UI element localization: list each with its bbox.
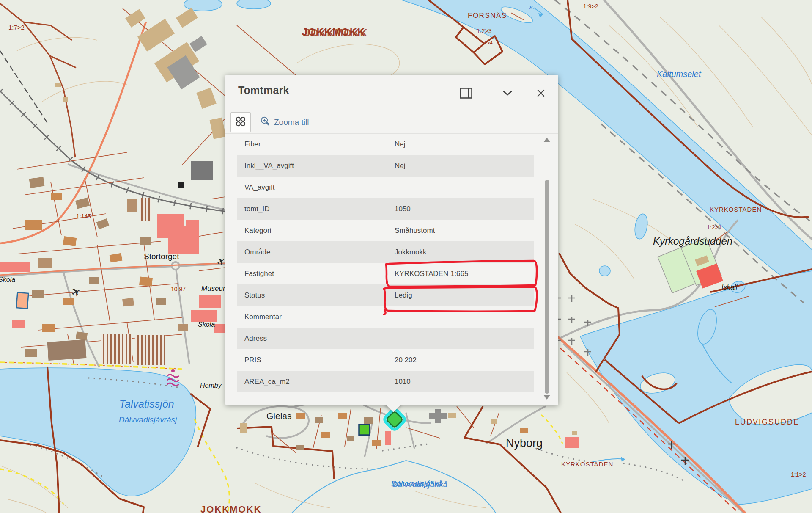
label-parcel-1-1-2: 1:1>2 [791,471,806,478]
popup-toolbar: Zooma till [225,112,558,134]
close-icon [537,89,545,97]
label-ishall: Ishall [721,284,738,291]
field-value-cell [387,328,534,349]
field-label-cell: Kategori [237,220,387,241]
collapse-button[interactable] [499,85,516,101]
field-label-cell: Fastighet [237,263,387,284]
scroll-up-arrow[interactable] [543,138,550,142]
apps-grid-icon [235,116,246,128]
zoom-to-button[interactable]: Zooma till [256,112,313,132]
dock-icon [460,88,472,99]
table-row: Fastighet KYRKOSTADEN 1:665 [237,263,534,284]
label-kaitumselet: Kaitumselet [657,69,702,79]
label-parcel-2-4: 2>4 [485,40,493,45]
field-value-cell: 1010 [387,371,534,392]
field-value-cell: Ledig [387,284,534,306]
field-value-cell: KYRKOSTADEN 1:665 [387,263,534,284]
field-value-cell: 20 202 [387,349,534,371]
station-dot [178,182,184,188]
field-label-cell: Fiber [237,133,387,155]
field-label-cell: Adress [237,328,387,349]
field-label-cell: PRIS [237,349,387,371]
field-label-cell: AREA_ca_m2 [237,371,387,392]
field-value-cell: Nej [387,133,534,155]
label-parcel-10-97: 10:97 [171,286,186,292]
field-label-cell: Område [237,241,387,263]
label-jokkmokk-top: JOKKMOKK [302,27,365,38]
field-label-cell: Kommentar [237,306,387,328]
popup-title: Tomtmark [238,84,289,97]
label-parcel-1-7-2: 1:7>2 [8,24,25,31]
map-application: ✈ ✈ JOKKMOKK JOKKMOKK FORSNÄS 1:2>3 2>4 … [0,0,812,513]
field-label-cell: VA_avgift [237,177,387,198]
table-row: tomt_ID 1050 [237,198,534,220]
feature-popup: Tomtmark [225,75,558,405]
field-label-cell: Inkl__VA_avgift [237,155,387,177]
attribute-table: Fiber Nej Inkl__VA_avgift Nej VA_avgift … [237,133,534,392]
field-label-cell: tomt_ID [237,198,387,220]
table-row: Kommentar [237,306,534,328]
table-row: Område Jokkmokk [237,241,534,263]
label-jokkmokk-bottom: JOKKMOKK [200,504,261,513]
close-button[interactable] [533,85,549,101]
table-row: Kategori Småhustomt [237,220,534,241]
plot-marker[interactable] [359,425,370,435]
field-value-cell: 1050 [387,198,534,220]
popup-pointer [381,405,405,414]
field-value-cell: Jokkmokk [387,241,534,263]
table-row: Fiber Nej [237,133,534,155]
zoom-to-label: Zooma till [274,118,309,127]
table-row: AREA_ca_m2 1010 [237,371,534,392]
field-value-cell: Nej [387,155,534,177]
field-value-cell: Småhustomt [387,220,534,241]
label-nyborg: Nyborg [506,437,543,450]
label-kyrkostaden-bottom: KYRKOSTADEN [561,461,613,468]
label-parcel-1-2-3: 1:2>3 [477,28,492,34]
dock-button[interactable] [458,85,474,101]
label-gielas: Gielas [266,411,292,421]
label-kyrkogardsudden: Kyrkogårdsudden [653,235,732,247]
label-kyrkostaden-right: KYRKOSTADEN [710,206,762,213]
label-talvatissjon: Talvatissjön [119,398,174,410]
popup-header: Tomtmark [225,75,558,112]
table-row: VA_avgift [237,177,534,198]
label-parcel-1-145: 1:145 [76,213,91,220]
label-parcel-1-2-1: 1:2>1 [707,224,722,231]
field-label-cell: Status [237,284,387,306]
chevron-down-icon [503,91,512,96]
label-skola-left: Skola [0,276,15,283]
table-row: PRIS 20 202 [237,349,534,371]
table-row: Adress [237,328,534,349]
label-hemby: Hemby [200,382,222,389]
field-value-cell [387,306,534,328]
label-dalvvadisjavrasj: Dálvvadisjávrásj [119,415,177,424]
label-skola-mid: Skola [198,321,215,328]
label-ludvigsudde: LUDVIGSUDDE [735,418,799,426]
field-value-cell [387,177,534,198]
scrollbar-thumb[interactable] [545,180,549,394]
label-dalvvadisjahka: Dálvvadisjåhkå [391,480,442,488]
label-parcel-1-9-2: 1:9>2 [583,3,598,10]
actions-grid-button[interactable] [230,112,251,132]
table-row: Status Ledig [237,284,534,306]
label-stream-s: s. [529,3,535,11]
label-forsnas: FORSNÄS [468,11,507,19]
zoom-to-icon [260,116,270,128]
table-row: Inkl__VA_avgift Nej [237,155,534,177]
scroll-down-arrow[interactable] [543,395,550,400]
label-museum: Museum [201,284,229,292]
label-stortorget: Stortorget [144,252,179,261]
